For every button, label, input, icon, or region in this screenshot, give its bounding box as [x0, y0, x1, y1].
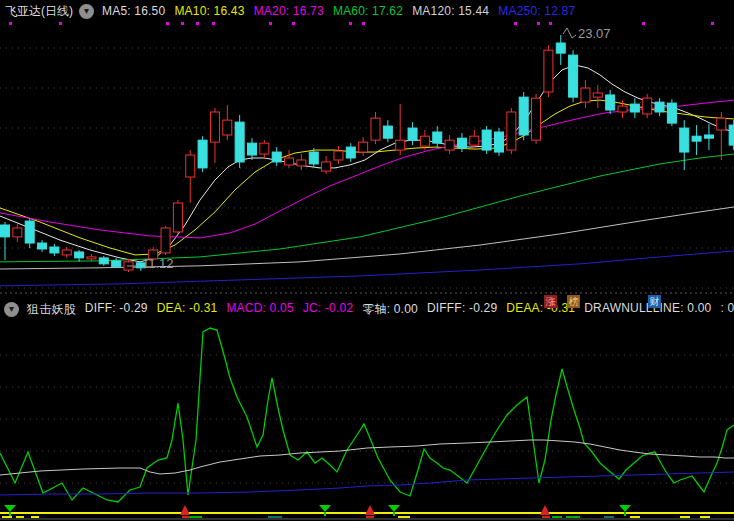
- candle-up: [544, 50, 553, 92]
- ma-value-label: MA10: 16.43: [174, 4, 244, 18]
- status-dash: [2, 516, 12, 518]
- status-dash: [190, 516, 202, 518]
- sell-marker-icon: [388, 505, 400, 512]
- candle-up: [593, 93, 602, 97]
- market-tag-badge[interactable]: 财: [648, 295, 661, 308]
- candle-down: [25, 221, 34, 243]
- candle-up: [581, 88, 590, 102]
- sell-marker-stem: [324, 512, 326, 516]
- chart-canvas[interactable]: [0, 0, 734, 521]
- candle-up: [285, 158, 294, 165]
- sell-marker-stem: [9, 512, 11, 516]
- symbol-label: 飞亚达(日线): [5, 3, 73, 20]
- ma-value-label: MA250: 12.87: [498, 4, 575, 18]
- candle-up: [223, 120, 232, 135]
- ma-value-label: MA120: 15.44: [412, 4, 489, 18]
- sell-marker-stem: [624, 512, 626, 516]
- sell-marker-icon: [319, 505, 331, 512]
- ma-value-label: MA20: 16.73: [254, 4, 324, 18]
- buy-marker-icon: [540, 505, 550, 515]
- candle-down: [556, 43, 565, 53]
- candle-up: [396, 140, 405, 150]
- indicator-line-slow-white: [0, 440, 734, 475]
- candle-up: [359, 142, 368, 152]
- indicator-field-label: JC: -0.02: [303, 301, 354, 318]
- candle-down: [457, 138, 466, 148]
- candle-up: [717, 118, 726, 130]
- market-tag-badge[interactable]: 榜: [567, 295, 580, 308]
- candle-down: [112, 261, 121, 267]
- status-dash: [398, 516, 410, 518]
- ma-line-ma20: [0, 100, 734, 238]
- indicator-value-readouts: 狙击妖股DIFF: -0.29DEA: -0.31MACD: 0.05JC: -…: [27, 301, 734, 318]
- candle-down: [235, 122, 244, 162]
- candle-down: [272, 152, 281, 162]
- ma-line-ma5: [0, 65, 734, 262]
- collapse-main-chevron-icon[interactable]: ▾: [79, 4, 94, 19]
- signal-dot: [349, 22, 352, 25]
- candle-down: [667, 103, 676, 123]
- signal-dot: [59, 22, 62, 25]
- indicator-field-label: DEA: -0.31: [157, 301, 218, 318]
- candle-up: [87, 257, 96, 259]
- candle-down: [383, 126, 392, 138]
- candle-down: [50, 247, 59, 253]
- candle-down: [433, 132, 442, 143]
- ma-value-label: MA5: 16.50: [102, 4, 165, 18]
- candle-down: [198, 140, 207, 168]
- candle-up: [334, 151, 343, 160]
- status-dash: [552, 516, 562, 518]
- signal-dot: [711, 22, 714, 25]
- candle-up: [470, 136, 479, 145]
- signal-dot: [196, 22, 199, 25]
- signal-dot: [181, 22, 184, 25]
- candle-up: [445, 140, 454, 150]
- candle-down: [1, 225, 10, 237]
- signal-dot: [9, 22, 12, 25]
- candle-down: [729, 125, 734, 145]
- status-dash: [182, 516, 190, 518]
- ma-value-label: MA60: 17.62: [333, 4, 403, 18]
- signal-dot: [212, 22, 215, 25]
- indicator-line-fast-green: [0, 328, 734, 502]
- stock-app-window: 飞亚达(日线) ▾ MA5: 16.50MA10: 16.43MA20: 16.…: [0, 0, 734, 521]
- status-dash: [16, 516, 24, 518]
- market-tag-badge[interactable]: 涨: [544, 295, 557, 308]
- collapse-indicator-chevron-icon[interactable]: ▾: [4, 302, 19, 317]
- signal-dot: [642, 22, 645, 25]
- candle-down: [38, 243, 47, 249]
- indicator-field-label: DIFFF: -0.29: [427, 301, 497, 318]
- candle-down: [346, 147, 355, 158]
- candle-up: [62, 250, 71, 255]
- candle-down: [655, 102, 664, 112]
- candle-down: [75, 252, 84, 258]
- status-dash: [566, 516, 580, 518]
- candle-down: [495, 132, 504, 152]
- candle-up: [532, 98, 541, 140]
- indicator-field-label: DIFF: -0.29: [85, 301, 148, 318]
- annotation-leader: [563, 28, 576, 38]
- candle-down: [606, 95, 615, 110]
- candle-up: [322, 162, 331, 171]
- candle-up: [173, 203, 182, 232]
- status-dash: [366, 516, 374, 518]
- buy-marker-icon: [180, 505, 190, 515]
- candle-down: [408, 128, 417, 140]
- status-dash: [31, 516, 39, 518]
- ma-line-ma10: [0, 100, 734, 255]
- candle-up: [420, 136, 429, 146]
- candle-down: [704, 135, 713, 138]
- signal-dot: [292, 22, 295, 25]
- candle-up: [13, 228, 22, 237]
- signal-dot: [549, 22, 552, 25]
- candle-up: [186, 155, 195, 177]
- sell-marker-icon: [619, 505, 631, 512]
- signal-dot: [537, 22, 540, 25]
- status-dash: [700, 516, 710, 518]
- indicator-header: ▾ 狙击妖股DIFF: -0.29DEA: -0.31MACD: 0.05JC:…: [4, 299, 734, 319]
- status-dash: [604, 516, 614, 518]
- main-chart-header: 飞亚达(日线) ▾ MA5: 16.50MA10: 16.43MA20: 16.…: [5, 0, 584, 22]
- low-price-annotation: 11.12: [142, 256, 174, 271]
- candle-down: [99, 258, 108, 264]
- signal-dot: [166, 22, 169, 25]
